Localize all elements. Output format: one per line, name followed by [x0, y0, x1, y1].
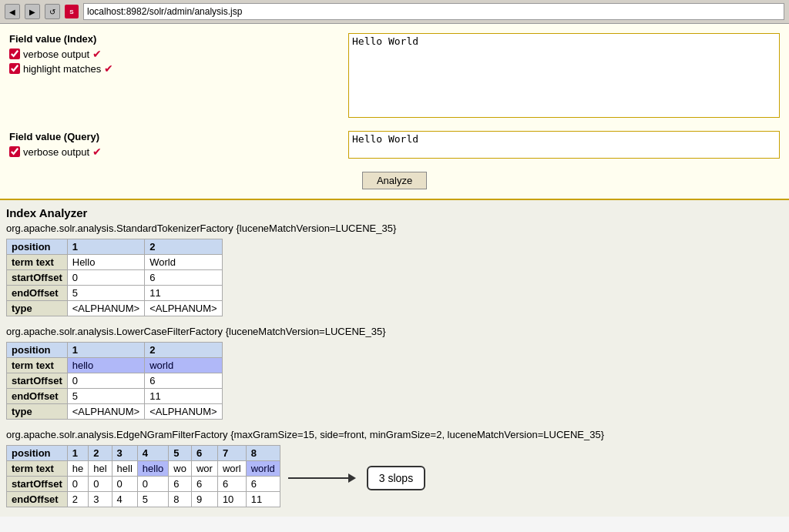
query-textarea[interactable]: Hello World [348, 131, 780, 159]
cell-6: 6 [145, 270, 222, 286]
index-verbose-checkbox[interactable] [9, 49, 20, 59]
cell-0a: 0 [67, 477, 88, 492]
row-label: endOffset [7, 492, 68, 507]
query-field-row: Field value (Query) verbose output ✔ Hel… [6, 128, 783, 164]
factory-3-table: position 1 2 3 4 5 6 7 8 term text he he… [6, 445, 280, 507]
cell-10: 10 [217, 492, 246, 507]
table-row: startOffset 0 0 0 0 6 6 6 6 [7, 477, 280, 492]
table-row: term text Hello World [7, 255, 223, 270]
table-row: term text he hel hell hello wo wor worl … [7, 461, 280, 477]
forward-button[interactable]: ▶ [25, 4, 40, 19]
header-2: 2 [89, 446, 112, 461]
arrow-callout: 3 slops [288, 466, 425, 490]
cell-hello: Hello [67, 255, 144, 270]
cell-wo: wo [169, 461, 192, 477]
cell-2: 2 [67, 492, 88, 507]
cell-0c: 0 [112, 477, 137, 492]
cell-hel: hel [89, 461, 112, 477]
header-col1: 1 [67, 343, 144, 358]
cell-wor: wor [191, 461, 217, 477]
header-1: 1 [67, 446, 88, 461]
browser-toolbar: ◀ ▶ ↺ S [0, 0, 789, 24]
header-col1: 1 [67, 239, 144, 255]
analyze-button[interactable]: Analyze [362, 172, 427, 189]
highlight-row: highlight matches ✔ [9, 62, 342, 75]
row-label: term text [7, 358, 68, 373]
header-7: 7 [217, 446, 246, 461]
header-6: 6 [191, 446, 217, 461]
factory-2-table: position 1 2 term text hello world start… [6, 342, 223, 420]
row-label: endOffset [7, 286, 68, 301]
index-textarea[interactable]: Hello World [348, 33, 780, 118]
row-label: endOffset [7, 389, 68, 404]
cell-5: 5 [67, 286, 144, 301]
row-label: startOffset [7, 477, 68, 492]
highlight-checkbox[interactable] [9, 63, 20, 74]
query-verbose-label: verbose output [23, 146, 89, 158]
index-verbose-row: verbose output ✔ [9, 48, 342, 60]
header-position: position [7, 446, 68, 461]
cell-hell: hell [112, 461, 137, 477]
index-field-label: Field value (Index) [9, 33, 342, 45]
query-field-label: Field value (Query) [9, 131, 342, 142]
cell-0b: 0 [89, 477, 112, 492]
refresh-button[interactable]: ↺ [45, 4, 60, 19]
index-field-right: Hello World [345, 30, 783, 123]
cell-6d: 6 [246, 477, 280, 492]
query-verbose-row: verbose output ✔ [9, 146, 342, 158]
cell-3: 3 [89, 492, 112, 507]
row-label: startOffset [7, 373, 68, 389]
callout-wrapper: position 1 2 3 4 5 6 7 8 term text he he… [6, 445, 783, 510]
table-row: endOffset 2 3 4 5 8 9 10 11 [7, 492, 280, 507]
analyze-row: Analyze [6, 169, 783, 192]
header-col2: 2 [145, 239, 222, 255]
back-button[interactable]: ◀ [5, 4, 20, 19]
results-area: Index Analyzer org.apache.solr.analysis.… [0, 200, 789, 517]
cell-5: 5 [67, 389, 144, 404]
arrowhead-icon [348, 473, 356, 483]
header-position: position [7, 239, 68, 255]
callout-box: 3 slops [367, 466, 425, 490]
row-label: term text [7, 461, 68, 477]
cell-alphanum1: <ALPHANUM> [67, 301, 144, 316]
arrow-line [288, 477, 350, 479]
table-header-row: position 1 2 [7, 239, 223, 255]
index-field-left: Field value (Index) verbose output ✔ hig… [6, 30, 345, 123]
index-field-row: Field value (Index) verbose output ✔ hig… [6, 30, 783, 123]
cell-world-ng: world [246, 461, 280, 477]
table-row: term text hello world [7, 358, 223, 373]
cell-alphanum2: <ALPHANUM> [145, 301, 222, 316]
factory-1-table: position 1 2 term text Hello World start… [6, 239, 223, 316]
cell-6a: 6 [169, 477, 192, 492]
cell-11: 11 [145, 389, 222, 404]
table-row: type <ALPHANUM> <ALPHANUM> [7, 301, 223, 316]
header-4: 4 [137, 446, 168, 461]
table-header-row: position 1 2 3 4 5 6 7 8 [7, 446, 280, 461]
table-row: type <ALPHANUM> <ALPHANUM> [7, 404, 223, 420]
address-bar[interactable] [83, 3, 784, 20]
cell-9: 9 [191, 492, 217, 507]
factory-3-name: org.apache.solr.analysis.EdgeNGramFilter… [6, 429, 783, 440]
cell-hello-ng: hello [137, 461, 168, 477]
header-position: position [7, 343, 68, 358]
cell-0: 0 [67, 270, 144, 286]
highlight-label: highlight matches [23, 63, 101, 75]
query-verbose-checkbox[interactable] [9, 146, 20, 157]
row-label: type [7, 404, 68, 420]
table-row: endOffset 5 11 [7, 389, 223, 404]
cell-6b: 6 [191, 477, 217, 492]
cell-world-lower: world [145, 358, 222, 373]
cell-world: World [145, 255, 222, 270]
cell-worl: worl [217, 461, 246, 477]
cell-6: 6 [145, 373, 222, 389]
solr-icon: S [65, 5, 79, 18]
check-icon: ✔ [92, 48, 102, 60]
cell-8: 8 [169, 492, 192, 507]
index-verbose-label: verbose output [23, 49, 89, 60]
row-label: type [7, 301, 68, 316]
row-label: startOffset [7, 270, 68, 286]
table-row: startOffset 0 6 [7, 373, 223, 389]
index-analyzer-title: Index Analyzer [6, 206, 783, 219]
header-col2: 2 [145, 343, 222, 358]
cell-4: 4 [112, 492, 137, 507]
